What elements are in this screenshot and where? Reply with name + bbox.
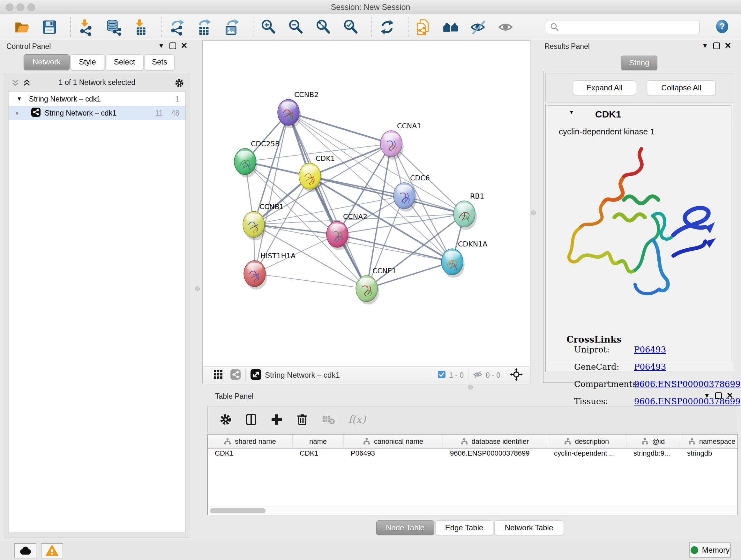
column-header-namespace[interactable]: namespace [680,435,738,449]
tab-network[interactable]: Network [23,54,70,70]
search-icon [549,22,560,34]
node-CDK1[interactable] [299,163,322,192]
export-network-icon[interactable] [169,18,186,36]
panel-float-icon[interactable]: ▼ [702,42,708,50]
node-HIST1H1A[interactable] [244,260,267,290]
tab-node-table[interactable]: Node Table [376,520,434,535]
gene-header-row[interactable]: ▼ CDK1 [547,106,731,123]
network-share-view-icon[interactable] [230,369,241,381]
crosslink-row: Uniprot:P06493 [547,345,731,362]
column-header-label: database identifier [472,437,529,446]
memory-status-dot-icon [690,546,698,554]
column-header-@id[interactable]: @id [626,435,680,449]
import-database-icon[interactable] [105,18,122,36]
zoom-out-icon[interactable] [287,18,305,36]
clone-network-icon[interactable] [415,18,432,36]
expand-all-button[interactable]: Expand All [573,80,636,95]
collapse-all-button[interactable]: Collapse All [647,80,716,95]
show-all-icon[interactable] [497,18,515,36]
network-collection-row[interactable]: ▼ String Network – cdk1 1 [9,92,185,106]
network-view-title: String Network – cdk1 [265,371,340,380]
cloud-status-button[interactable] [14,543,37,558]
column-header-name[interactable]: name [293,435,344,449]
memory-button[interactable]: Memory [689,543,731,558]
save-session-icon[interactable] [41,18,58,36]
import-network-icon[interactable] [77,18,94,36]
column-header-description[interactable]: description [547,435,626,449]
network-view-toolbar: String Network – cdk1 1 - 0 0 - 0 [203,366,530,384]
crosslink-link[interactable]: P06493 [634,345,666,354]
node-CDC25B[interactable] [234,148,258,178]
tab-network-table[interactable]: Network Table [494,520,564,535]
network-row[interactable]: ● String Network – cdk1 11 48 [9,106,185,120]
edge-CDK1-RB1 [310,176,464,214]
column-header-canonical-name[interactable]: canonical name [344,435,443,449]
hidden-eye-icon[interactable] [473,370,482,381]
open-file-icon[interactable] [13,18,30,36]
edge-CCNB2-RB1 [288,112,464,214]
tab-sets[interactable]: Sets [145,54,175,70]
scrollbar-thumb[interactable] [210,508,266,513]
tab-style[interactable]: Style [71,54,105,70]
panel-maximize-icon[interactable] [170,43,176,49]
zoom-selected-icon[interactable] [342,18,359,36]
column-header-database-identifier[interactable]: database identifier [443,435,547,449]
column-header-label: namespace [699,437,736,446]
panel-close-icon[interactable] [727,392,733,399]
column-header-shared-name[interactable]: shared name [208,435,293,449]
tab-string[interactable]: String [621,56,657,70]
panel-maximize-icon[interactable] [713,43,720,49]
panel-maximize-icon[interactable] [715,392,722,399]
tree-expander-icon[interactable]: ▼ [17,96,22,102]
memory-label: Memory [702,546,730,555]
crosslink-row: GeneCard:P06493 [547,362,731,379]
first-neighbors-icon[interactable] [442,18,460,36]
show-columns-icon[interactable] [245,413,258,426]
warnings-button[interactable] [41,543,63,558]
toolbar-separator [70,17,71,37]
toolbar-separator [408,17,408,37]
control-panel-title: Control Panel [6,42,51,51]
tab-edge-table[interactable]: Edge Table [435,520,493,535]
help-icon[interactable]: ? [715,19,730,35]
left-splitter-handle[interactable] [195,287,200,291]
node-CCNA2[interactable] [327,221,350,250]
node-RB1[interactable] [454,201,477,230]
export-table-icon[interactable] [196,18,213,36]
tab-select[interactable]: Select [105,54,144,70]
grid-view-icon[interactable] [213,370,223,381]
panel-float-icon[interactable]: ▼ [158,42,164,50]
table-hscrollbar[interactable] [208,507,737,515]
delete-column-icon[interactable] [296,413,309,426]
detach-view-icon[interactable] [250,369,262,381]
column-header-label: shared name [235,437,276,446]
node-label-CCNA2: CCNA2 [343,212,367,221]
zoom-fit-icon[interactable] [315,18,332,36]
panel-close-icon[interactable] [181,43,187,50]
gene-description: cyclin-dependent kinase 1 [559,127,655,137]
right-splitter-handle[interactable] [531,210,536,215]
network-options-gear-icon[interactable] [175,78,184,89]
bottom-splitter-handle[interactable] [468,385,473,389]
table-panel: Table Panel ▼ f(x) shared na [202,388,738,539]
table-options-gear-icon[interactable] [219,413,232,426]
table-row[interactable]: CDK1CDK1P064939606.ENSP00000378699cyclin… [208,449,738,462]
gene-expander-icon[interactable]: ▼ [569,110,574,115]
selected-checkbox-icon[interactable] [437,370,446,380]
crosslink-link[interactable]: P06493 [634,362,666,372]
node-CCNB2[interactable] [278,99,301,128]
create-column-icon[interactable] [270,413,283,426]
search-input[interactable] [546,20,699,34]
node-CDKN1A[interactable] [441,249,465,278]
zoom-in-icon[interactable] [260,18,277,36]
network-canvas[interactable]: CCNB2CCNA1CDC25BCDK1CDC6RB1CCNB1CCNA2CDK… [203,41,530,367]
edge-CCNB1-CCNA2 [254,225,337,234]
birds-eye-view-icon[interactable] [510,368,523,382]
hide-selected-icon[interactable] [470,18,487,36]
export-image-icon[interactable] [223,18,241,36]
panel-close-icon[interactable] [725,43,731,50]
refresh-icon[interactable] [379,18,396,36]
panel-float-icon[interactable]: ▼ [704,392,710,399]
node-CCNE1[interactable] [356,275,379,305]
import-table-icon[interactable] [132,18,149,36]
